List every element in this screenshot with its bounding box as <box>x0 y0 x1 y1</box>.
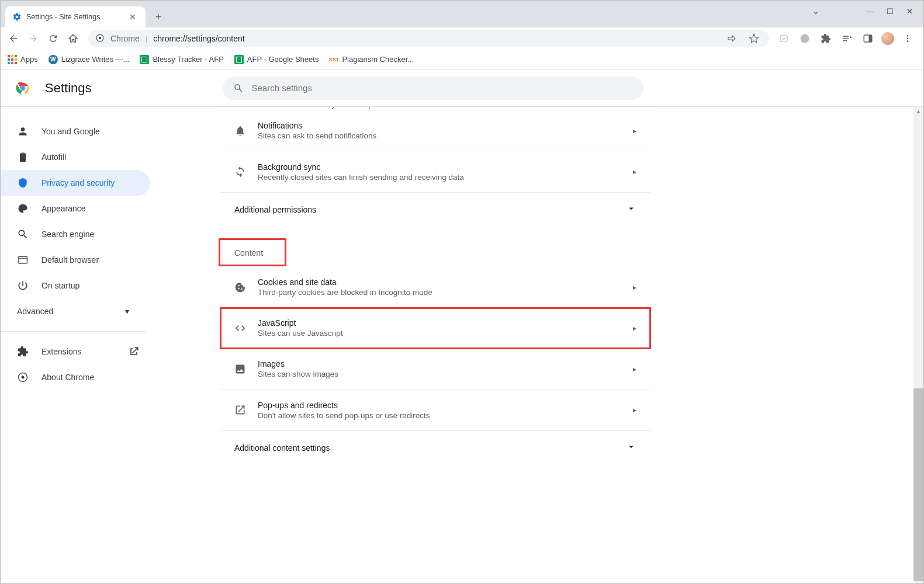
chevron-right-icon: ▸ <box>633 406 636 414</box>
bookmark-4[interactable]: SST Plagiarism Checker... <box>329 55 414 64</box>
row-images[interactable]: Images Sites can show images ▸ <box>220 349 650 390</box>
apps-icon <box>8 55 17 64</box>
close-tab-button[interactable]: ✕ <box>127 11 139 23</box>
pocket-icon[interactable] <box>776 30 791 47</box>
apps-label: Apps <box>20 55 38 64</box>
tab-title: Settings - Site Settings <box>26 13 122 21</box>
share-icon[interactable] <box>724 30 740 47</box>
sidebar-item-search-engine[interactable]: Search engine <box>1 221 150 247</box>
chrome-icon <box>17 371 29 383</box>
omnibox-prefix: Chrome <box>110 34 140 43</box>
chevron-right-icon: ▸ <box>633 127 636 135</box>
advanced-label: Advanced <box>17 307 53 316</box>
address-bar[interactable]: Chrome | chrome://settings/content <box>88 30 769 47</box>
close-window-button[interactable]: ✕ <box>906 7 913 16</box>
shield-icon <box>17 177 29 189</box>
bookmarks-bar: Apps W Lizgrace Writes —... Blessy Track… <box>1 50 923 69</box>
site-info-icon[interactable] <box>95 33 105 44</box>
bookmark-2[interactable]: Blessy Tracker - AFP <box>140 55 223 64</box>
bookmark-3[interactable]: AFP - Google Sheets <box>234 55 319 64</box>
row-subtitle: Don't allow sites to send pop-ups or use… <box>258 411 633 420</box>
bookmark-star-icon[interactable] <box>746 30 762 47</box>
sidebar-label: Search engine <box>41 230 94 239</box>
clipped-row-subtitle: Sites can ask to use your microphone <box>259 107 390 109</box>
home-button[interactable] <box>65 30 81 47</box>
puzzle-icon <box>17 346 29 357</box>
code-icon <box>234 322 258 334</box>
new-tab-button[interactable]: + <box>150 9 167 25</box>
row-title: Cookies and site data <box>258 277 633 287</box>
settings-sidebar: You and Google Autofill Privacy and secu… <box>1 107 160 583</box>
additional-permissions-expander[interactable]: Additional permissions <box>220 192 650 226</box>
settings-title: Settings <box>45 81 92 96</box>
sidebar-item-extensions[interactable]: Extensions <box>1 339 150 364</box>
bookmark-1-label: Lizgrace Writes —... <box>61 55 130 64</box>
sidebar-label: Privacy and security <box>41 178 115 187</box>
reload-button[interactable] <box>45 30 61 47</box>
sheets-icon <box>140 55 149 64</box>
sidebar-label: Autofill <box>41 152 66 162</box>
window-controls: — ☐ ✕ <box>858 1 921 22</box>
row-background-sync[interactable]: Background sync Recently closed sites ca… <box>220 151 650 192</box>
expander-label: Additional permissions <box>234 205 316 214</box>
bookmark-1[interactable]: W Lizgrace Writes —... <box>49 55 130 64</box>
sidebar-item-about-chrome[interactable]: About Chrome <box>1 364 150 390</box>
person-icon <box>17 126 29 137</box>
sidebar-item-privacy-security[interactable]: Privacy and security <box>1 170 150 196</box>
row-javascript[interactable]: JavaScript Sites can use Javascript ▸ <box>220 308 650 349</box>
settings-body: You and Google Autofill Privacy and secu… <box>1 107 923 583</box>
row-popups[interactable]: Pop-ups and redirects Don't allow sites … <box>220 390 650 430</box>
svg-point-6 <box>907 35 909 37</box>
sidepanel-icon[interactable] <box>860 30 875 47</box>
search-settings-box[interactable] <box>223 77 643 100</box>
browser-toolbar: Chrome | chrome://settings/content <box>1 27 923 50</box>
sidebar-advanced-toggle[interactable]: Advanced ▾ <box>1 298 146 324</box>
row-notifications[interactable]: Notifications Sites can ask to send noti… <box>220 110 650 151</box>
browser-tab[interactable]: Settings - Site Settings ✕ <box>5 6 146 27</box>
titlebar: Settings - Site Settings ✕ + ⌄ — ☐ ✕ <box>1 1 923 27</box>
chevron-down-icon: ▾ <box>125 307 129 316</box>
bookmark-3-label: AFP - Google Sheets <box>247 55 319 64</box>
forward-button[interactable] <box>25 30 41 47</box>
wordpress-icon: W <box>49 55 58 64</box>
search-settings-input[interactable] <box>252 83 633 93</box>
tab-search-button[interactable]: ⌄ <box>812 5 819 16</box>
sidebar-item-autofill[interactable]: Autofill <box>1 144 150 170</box>
extensions-icon[interactable] <box>818 30 833 47</box>
minimize-button[interactable]: — <box>866 7 874 16</box>
row-title: Images <box>258 359 633 369</box>
settings-content: Sites can ask to use your microphone Not… <box>160 107 923 583</box>
sidebar-label: On startup <box>41 281 79 290</box>
gear-icon <box>12 12 22 22</box>
sidebar-item-on-startup[interactable]: On startup <box>1 273 150 298</box>
popup-icon <box>234 404 258 416</box>
maximize-button[interactable]: ☐ <box>887 7 894 16</box>
account-icon[interactable] <box>797 30 812 47</box>
bookmark-4-label: Plagiarism Checker... <box>342 55 414 64</box>
row-subtitle: Sites can ask to send notifications <box>258 131 633 140</box>
row-title: JavaScript <box>258 318 633 328</box>
back-button[interactable] <box>5 30 22 47</box>
row-cookies[interactable]: Cookies and site data Third-party cookie… <box>220 267 650 308</box>
media-icon[interactable] <box>839 30 854 47</box>
omnibox-url: chrome://settings/content <box>153 34 718 43</box>
page-scrollbar[interactable]: ▲ <box>913 107 923 583</box>
row-title: Notifications <box>258 121 633 130</box>
clipboard-icon <box>17 151 29 163</box>
menu-button[interactable] <box>900 30 915 47</box>
profile-avatar[interactable] <box>881 32 894 45</box>
scroll-up-arrow[interactable]: ▲ <box>913 107 923 116</box>
row-subtitle: Third-party cookies are blocked in Incog… <box>258 288 633 297</box>
sidebar-item-you-and-google[interactable]: You and Google <box>1 119 150 144</box>
chevron-right-icon: ▸ <box>633 283 636 291</box>
sidebar-item-default-browser[interactable]: Default browser <box>1 247 150 273</box>
scrollbar-thumb[interactable] <box>913 388 923 581</box>
additional-content-expander[interactable]: Additional content settings <box>220 430 650 464</box>
apps-shortcut[interactable]: Apps <box>8 55 38 64</box>
sidebar-item-appearance[interactable]: Appearance <box>1 196 150 221</box>
sst-icon: SST <box>329 55 338 64</box>
sidebar-label: Default browser <box>41 255 99 265</box>
cookie-icon <box>234 281 258 293</box>
bookmark-2-label: Blessy Tracker - AFP <box>153 55 223 64</box>
sidebar-label: Extensions <box>41 347 115 356</box>
